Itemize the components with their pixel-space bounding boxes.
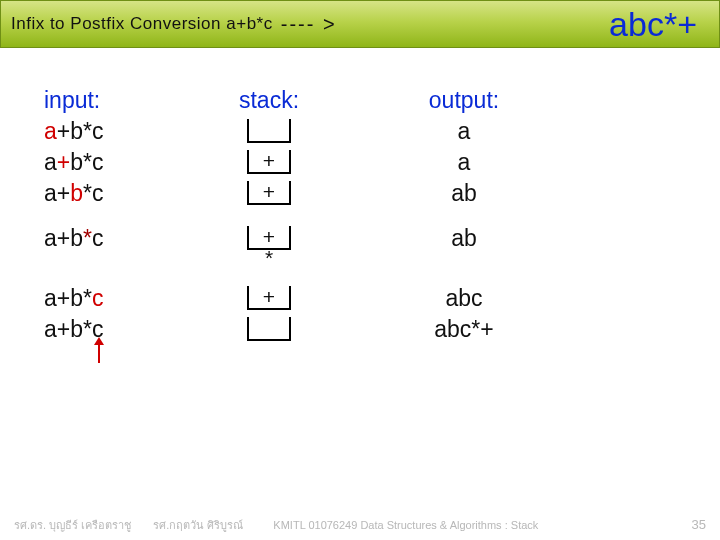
slide-content: input: stack: output: a+b*caa+b*c+aa+b*c… bbox=[0, 48, 720, 345]
header-stack: stack: bbox=[184, 84, 354, 116]
table-row: a+b*cabc*+ bbox=[44, 314, 574, 345]
title-text: Infix to Postfix Conversion a+b*c bbox=[11, 14, 273, 34]
footer-author1: รศ.ดร. บุญธีร์ เครือตราชู bbox=[14, 516, 131, 534]
stack-cell bbox=[184, 314, 354, 345]
title-bar: Infix to Postfix Conversion a+b*c ---- >… bbox=[0, 0, 720, 48]
output-value: a bbox=[354, 116, 574, 147]
stack-icon bbox=[247, 119, 291, 143]
svg-marker-1 bbox=[94, 337, 104, 345]
stack-cell: +* bbox=[184, 223, 354, 269]
output-value: abc bbox=[354, 283, 574, 314]
footer-author2: รศ.กฤตวัน ศิริบูรณ์ bbox=[153, 516, 243, 534]
stack-icon bbox=[247, 317, 291, 341]
title-result: abc*+ bbox=[609, 5, 697, 44]
stack-icon: + bbox=[247, 150, 291, 174]
output-value: abc*+ bbox=[354, 314, 574, 345]
table-row: a+b*c+a bbox=[44, 147, 574, 178]
table-header-row: input: stack: output: bbox=[44, 84, 574, 116]
table-row: a+b*c+abc bbox=[44, 283, 574, 314]
header-input: input: bbox=[44, 84, 184, 116]
stack-icon: + bbox=[247, 286, 291, 310]
output-value: ab bbox=[354, 178, 574, 209]
title-arrow: ---- > bbox=[281, 13, 337, 36]
input-expression: a+b*c bbox=[44, 314, 184, 345]
conversion-table: input: stack: output: a+b*caa+b*c+aa+b*c… bbox=[44, 84, 574, 345]
header-output: output: bbox=[354, 84, 574, 116]
table-row: a+b*c+*ab bbox=[44, 223, 574, 269]
input-expression: a+b*c bbox=[44, 223, 184, 254]
table-row: a+b*c+ab bbox=[44, 178, 574, 209]
table-row: a+b*ca bbox=[44, 116, 574, 147]
footer-course: KMITL 01076249 Data Structures & Algorit… bbox=[273, 519, 538, 531]
end-of-input-arrow-icon bbox=[92, 337, 106, 365]
output-value: a bbox=[354, 147, 574, 178]
stack-cell: + bbox=[184, 178, 354, 209]
input-expression: a+b*c bbox=[44, 116, 184, 147]
input-expression: a+b*c bbox=[44, 147, 184, 178]
stack-cell bbox=[184, 116, 354, 147]
stack-cell: + bbox=[184, 283, 354, 314]
stack-cell: + bbox=[184, 147, 354, 178]
input-expression: a+b*c bbox=[44, 178, 184, 209]
output-value: ab bbox=[354, 223, 574, 254]
stack-icon: + bbox=[247, 181, 291, 205]
footer: รศ.ดร. บุญธีร์ เครือตราชู รศ.กฤตวัน ศิริ… bbox=[0, 516, 720, 534]
stack-icon: + bbox=[247, 226, 291, 250]
page-number: 35 bbox=[692, 517, 706, 532]
input-expression: a+b*c bbox=[44, 283, 184, 314]
